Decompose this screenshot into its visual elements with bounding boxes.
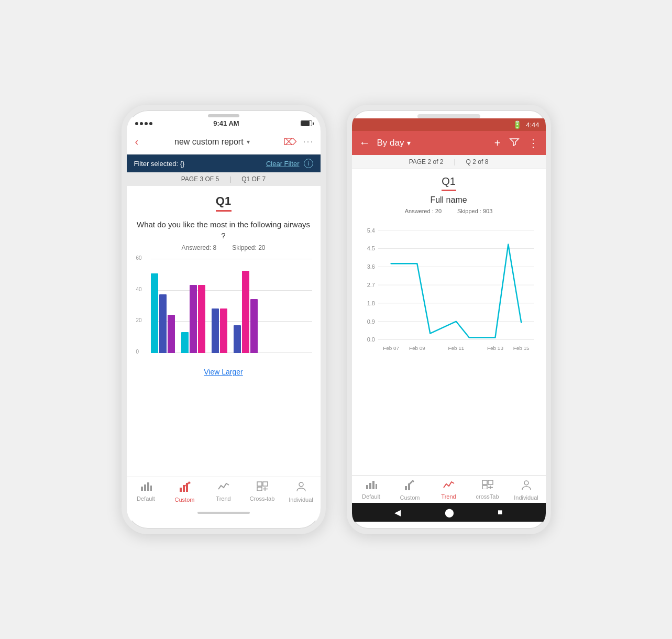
- android-back-sys-button[interactable]: ◀: [394, 508, 401, 517]
- ios-custom-icon: [179, 481, 191, 494]
- android-question-title: Full name: [360, 195, 537, 205]
- svg-point-39: [524, 481, 528, 485]
- svg-rect-36: [482, 480, 487, 484]
- android-add-icon[interactable]: +: [494, 137, 501, 149]
- ios-status-time: 9:41 AM: [213, 119, 239, 127]
- ios-signal-dot-2: [140, 122, 143, 125]
- android-phone-content: 🔋 4:44 ← By day ▾ + ⋮: [352, 118, 546, 522]
- android-back-button[interactable]: ←: [359, 136, 371, 150]
- ios-question-number: Q1: [135, 194, 312, 208]
- android-bottom-nav: Default Custom: [352, 475, 546, 503]
- ios-question-text: What do you like the most in the followi…: [135, 219, 312, 241]
- android-nav-trend[interactable]: Trend: [429, 480, 468, 501]
- android-title-area: By day ▾: [377, 138, 488, 148]
- ios-page-bar: PAGE 3 OF 5 | Q1 OF 7: [127, 172, 321, 186]
- ios-filter-actions: Clear Filter i: [266, 159, 313, 168]
- ios-question-area: Q1 What do you like the most in the foll…: [127, 186, 321, 477]
- svg-text:Feb 07: Feb 07: [383, 345, 399, 351]
- ios-filter-text: Filter selected: {}: [134, 160, 185, 168]
- android-home-sys-button[interactable]: ⬤: [445, 508, 454, 517]
- android-nav-individual-label: Individual: [514, 494, 538, 501]
- svg-rect-2: [147, 482, 149, 491]
- ios-back-button[interactable]: ‹: [133, 134, 141, 150]
- ios-nav-default[interactable]: Default: [127, 481, 166, 503]
- bar-g2-cyan: [181, 332, 189, 353]
- ios-nav-custom[interactable]: Custom: [166, 481, 204, 503]
- svg-rect-5: [183, 485, 185, 492]
- android-page-bar: PAGE 2 of 2 | Q 2 of 8: [352, 155, 546, 169]
- ios-view-larger-link[interactable]: View Larger: [135, 368, 312, 376]
- ios-clear-filter-button[interactable]: Clear Filter: [266, 160, 300, 168]
- ios-skipped-stat: Skipped: 20: [232, 244, 265, 251]
- android-nav-crosstab-label: crossTab: [476, 493, 499, 500]
- svg-text:2.7: 2.7: [367, 282, 374, 288]
- android-status-time: 4:44: [526, 121, 539, 129]
- ios-nav-trend[interactable]: Trend: [204, 481, 243, 503]
- android-nav-trend-label: Trend: [441, 493, 456, 500]
- android-report-title: By day: [377, 138, 404, 148]
- android-system-bar: ◀ ⬤ ■: [352, 503, 546, 522]
- android-nav-custom-label: Custom: [400, 494, 420, 501]
- ios-nav-individual[interactable]: Individual: [282, 481, 321, 503]
- ios-page-label: PAGE 3 OF 5: [181, 175, 219, 183]
- svg-point-10: [299, 482, 303, 487]
- svg-rect-32: [372, 481, 374, 489]
- android-nav-custom[interactable]: Custom: [391, 480, 429, 501]
- ios-nav-icons: ⌦ ···: [283, 136, 314, 148]
- android-nav-crosstab[interactable]: crossTab: [468, 480, 507, 501]
- android-chart-area: Q1 Full name Answered : 20 Skipped : 903…: [352, 169, 546, 475]
- ios-nav-crosstab[interactable]: Cross-tab: [243, 481, 282, 503]
- svg-text:Feb 11: Feb 11: [448, 345, 464, 351]
- android-recents-sys-button[interactable]: ■: [498, 508, 503, 517]
- ios-default-icon: [140, 481, 152, 493]
- ios-info-icon[interactable]: i: [304, 159, 313, 168]
- android-header-actions: + ⋮: [494, 137, 538, 150]
- ios-chart-bars: [151, 259, 307, 353]
- bar-group-2: [181, 285, 205, 353]
- ios-bottom-nav: Default Custom: [127, 477, 321, 505]
- svg-rect-34: [405, 486, 407, 490]
- bar-g1-cyan: [151, 273, 158, 353]
- ios-more-icon[interactable]: ···: [303, 136, 314, 147]
- svg-text:3.6: 3.6: [367, 263, 374, 270]
- ios-home-bar: [197, 512, 250, 514]
- bar-g4-pink: [242, 271, 249, 353]
- svg-text:Feb 09: Feb 09: [409, 345, 425, 351]
- android-filter-icon[interactable]: [509, 137, 520, 150]
- android-trend-line: [391, 245, 521, 338]
- ios-filter-icon[interactable]: ⌦: [283, 136, 296, 148]
- svg-text:1.8: 1.8: [367, 300, 374, 306]
- svg-rect-9: [257, 487, 262, 491]
- ios-phone: 9:41 AM ‹ new custom report ▾ ⌦ ···: [122, 105, 326, 534]
- android-status-bar: 🔋 4:44: [352, 118, 546, 131]
- bar-group-4: [234, 271, 258, 353]
- android-individual-icon: [521, 480, 532, 493]
- android-battery-icon: 🔋: [513, 120, 522, 129]
- android-page-label: PAGE 2 of 2: [409, 158, 444, 166]
- ios-q-label: Q1 OF 7: [241, 175, 266, 183]
- ios-title-chevron-icon[interactable]: ▾: [247, 138, 250, 146]
- ios-home-indicator: [127, 505, 321, 521]
- ios-nav-trend-label: Trend: [216, 495, 230, 502]
- android-dropdown-icon[interactable]: ▾: [407, 139, 411, 147]
- ios-question-stats: Answered: 8 Skipped: 20: [135, 244, 312, 251]
- ios-crosstab-icon: [257, 481, 268, 493]
- svg-text:Feb 13: Feb 13: [487, 345, 503, 351]
- svg-rect-31: [369, 483, 371, 489]
- ios-signal-dot-4: [149, 122, 152, 125]
- android-nav-default[interactable]: Default: [352, 480, 391, 501]
- android-more-icon[interactable]: ⋮: [528, 137, 538, 149]
- bar-g4-blue: [234, 325, 241, 353]
- svg-text:Feb 15: Feb 15: [513, 345, 529, 351]
- android-line-chart: 5.4 4.5 3.6 2.7 1.8 0.9 0.0: [360, 219, 537, 366]
- android-question-number: Q1: [360, 175, 537, 188]
- svg-text:4.5: 4.5: [367, 245, 374, 251]
- svg-rect-1: [144, 484, 146, 491]
- ios-individual-icon: [295, 481, 307, 494]
- android-skipped-stat: Skipped : 903: [457, 208, 492, 214]
- bar-g4-purple: [250, 299, 258, 353]
- bar-g2-purple: [190, 285, 197, 353]
- android-nav-individual[interactable]: Individual: [507, 480, 546, 501]
- android-speaker: [417, 114, 480, 118]
- app-container: 9:41 AM ‹ new custom report ▾ ⌦ ···: [122, 105, 551, 534]
